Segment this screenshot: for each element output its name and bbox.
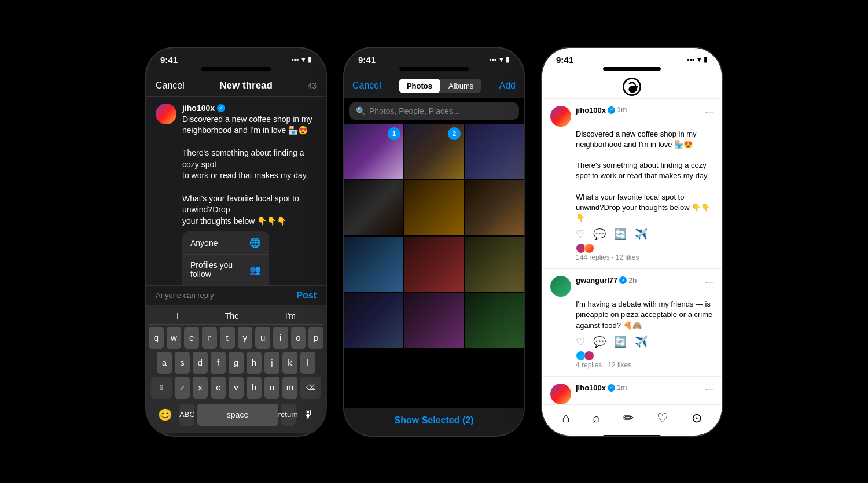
key-f[interactable]: f bbox=[211, 352, 226, 374]
home-nav-button[interactable]: ⌂ bbox=[562, 411, 569, 426]
thread-post-text: Discovered a new coffee shop in myneighb… bbox=[182, 114, 317, 227]
reply-option-profiles-label: Profiles you follow bbox=[190, 260, 249, 279]
repost-button-1[interactable]: 🔄 bbox=[614, 228, 627, 241]
like-button-1[interactable]: ♡ bbox=[576, 228, 585, 241]
shift-key[interactable]: ⇧ bbox=[151, 377, 172, 399]
emoji-button[interactable]: 😊 bbox=[153, 405, 177, 424]
photo-cell-3[interactable] bbox=[465, 124, 524, 179]
key-r[interactable]: r bbox=[202, 327, 217, 349]
key-m[interactable]: m bbox=[282, 377, 297, 399]
wifi-icon-3: ▾ bbox=[697, 56, 701, 64]
abc-key[interactable]: ABC bbox=[179, 404, 194, 426]
post-1-more-button[interactable]: ··· bbox=[705, 106, 713, 118]
char-count: 43 bbox=[307, 81, 317, 90]
search-nav-button[interactable]: ⌕ bbox=[593, 411, 600, 426]
status-bar-2: 9:41 ▪▪▪ ▾ ▮ bbox=[344, 48, 524, 67]
key-s[interactable]: s bbox=[175, 352, 190, 374]
return-key[interactable]: return bbox=[281, 404, 296, 426]
photo-cell-2[interactable]: 2 bbox=[404, 124, 464, 179]
suggestion-i[interactable]: I bbox=[176, 311, 179, 320]
delete-key[interactable]: ⌫ bbox=[300, 377, 321, 399]
battery-icon-3: ▮ bbox=[704, 56, 708, 64]
key-l[interactable]: l bbox=[300, 352, 315, 374]
post-3-username: jiho100x ✓ 1m bbox=[576, 384, 627, 392]
share-button-1[interactable]: ✈️ bbox=[635, 228, 648, 241]
repost-button-2[interactable]: 🔄 bbox=[614, 335, 627, 348]
show-selected-button[interactable]: Show Selected (2) bbox=[395, 415, 474, 425]
reply-avatars-1 bbox=[576, 243, 713, 253]
photo-cell-11[interactable] bbox=[404, 293, 464, 348]
photo-cell-9[interactable] bbox=[465, 237, 524, 292]
comment-button-2[interactable]: 💬 bbox=[593, 335, 606, 348]
like-button-2[interactable]: ♡ bbox=[576, 335, 585, 348]
user-avatar-1 bbox=[156, 104, 176, 124]
post-button[interactable]: Post bbox=[296, 290, 317, 301]
key-d[interactable]: d bbox=[193, 352, 208, 374]
key-q[interactable]: q bbox=[149, 327, 164, 349]
key-x[interactable]: x bbox=[193, 377, 208, 399]
key-z[interactable]: z bbox=[175, 377, 190, 399]
phone1-content: Cancel New thread 43 jiho100x ✓ Discover… bbox=[146, 74, 326, 433]
threads-logo-icon bbox=[623, 78, 641, 96]
post-1-user-info: jiho100x ✓ 1m bbox=[550, 106, 627, 127]
share-button-2[interactable]: ✈️ bbox=[635, 335, 648, 348]
key-p[interactable]: p bbox=[308, 327, 323, 349]
post-2-more-button[interactable]: ··· bbox=[705, 276, 713, 288]
photo-cell-7[interactable] bbox=[344, 237, 403, 292]
key-n[interactable]: n bbox=[264, 377, 279, 399]
anyone-reply-label: Anyone can reply bbox=[156, 291, 214, 300]
post-3-avatar bbox=[550, 384, 571, 404]
space-key[interactable]: space bbox=[197, 404, 278, 426]
key-b[interactable]: b bbox=[247, 377, 262, 399]
photos-search-bar[interactable]: 🔍 Photos, People, Places... bbox=[349, 102, 519, 120]
key-a[interactable]: a bbox=[157, 352, 172, 374]
key-g[interactable]: g bbox=[229, 352, 244, 374]
thread-bottom-bar: Anyone can reply Post bbox=[146, 285, 326, 305]
reply-option-profiles[interactable]: Profiles you follow 👥 bbox=[182, 254, 269, 285]
status-bar-1: 9:41 ▪▪▪ ▾ ▮ bbox=[146, 48, 326, 67]
post-3-more-button[interactable]: ··· bbox=[705, 384, 713, 396]
photos-tab[interactable]: Photos bbox=[399, 79, 440, 93]
suggestion-im[interactable]: I'm bbox=[285, 311, 296, 320]
comment-button-1[interactable]: 💬 bbox=[593, 228, 606, 241]
cancel-button[interactable]: Cancel bbox=[156, 80, 185, 91]
profile-nav-button[interactable]: ⊙ bbox=[692, 411, 702, 426]
albums-tab[interactable]: Albums bbox=[440, 79, 481, 93]
key-o[interactable]: o bbox=[291, 327, 306, 349]
suggestion-the[interactable]: The bbox=[225, 311, 239, 320]
new-thread-title: New thread bbox=[219, 80, 273, 91]
photo-cell-12[interactable] bbox=[465, 293, 524, 348]
compose-nav-button[interactable]: ✏ bbox=[623, 411, 634, 426]
photo-cell-4[interactable] bbox=[344, 180, 403, 235]
photo-cell-10[interactable] bbox=[344, 293, 403, 348]
thread-user-info: jiho100x ✓ Discovered a new coffee shop … bbox=[182, 104, 317, 227]
post-1-time: 1m bbox=[617, 106, 627, 114]
photo-cell-1[interactable]: 1 bbox=[344, 124, 403, 179]
key-t[interactable]: t bbox=[220, 327, 235, 349]
photos-cancel-button[interactable]: Cancel bbox=[352, 80, 381, 91]
likes-nav-button[interactable]: ♡ bbox=[657, 411, 668, 426]
notch-1 bbox=[201, 67, 271, 71]
verified-icon-2: ✓ bbox=[619, 276, 627, 284]
key-e[interactable]: e bbox=[184, 327, 199, 349]
photo-cell-6[interactable] bbox=[465, 180, 524, 235]
photos-add-button[interactable]: Add bbox=[499, 80, 516, 91]
photo-cell-5[interactable] bbox=[404, 180, 464, 235]
reply-option-anyone[interactable]: Anyone 🌐 bbox=[182, 231, 269, 254]
key-j[interactable]: j bbox=[264, 352, 279, 374]
post-1-avatar bbox=[550, 106, 571, 127]
key-w[interactable]: w bbox=[167, 327, 182, 349]
keyboard-bottom-row: 😊 ABC space return 🎙 bbox=[149, 401, 323, 429]
key-c[interactable]: c bbox=[211, 377, 226, 399]
key-k[interactable]: k bbox=[282, 352, 297, 374]
mic-button[interactable]: 🎙 bbox=[298, 405, 319, 423]
signal-icon-2: ▪▪▪ bbox=[489, 56, 496, 64]
photo-cell-8[interactable] bbox=[404, 237, 464, 292]
key-i[interactable]: i bbox=[273, 327, 288, 349]
post-1-stats: 144 replies · 12 likes bbox=[576, 253, 713, 261]
phones-container: 9:41 ▪▪▪ ▾ ▮ Cancel New thread 43 bbox=[146, 48, 722, 436]
key-u[interactable]: u bbox=[255, 327, 270, 349]
key-y[interactable]: y bbox=[238, 327, 253, 349]
key-h[interactable]: h bbox=[247, 352, 262, 374]
key-v[interactable]: v bbox=[229, 377, 244, 399]
